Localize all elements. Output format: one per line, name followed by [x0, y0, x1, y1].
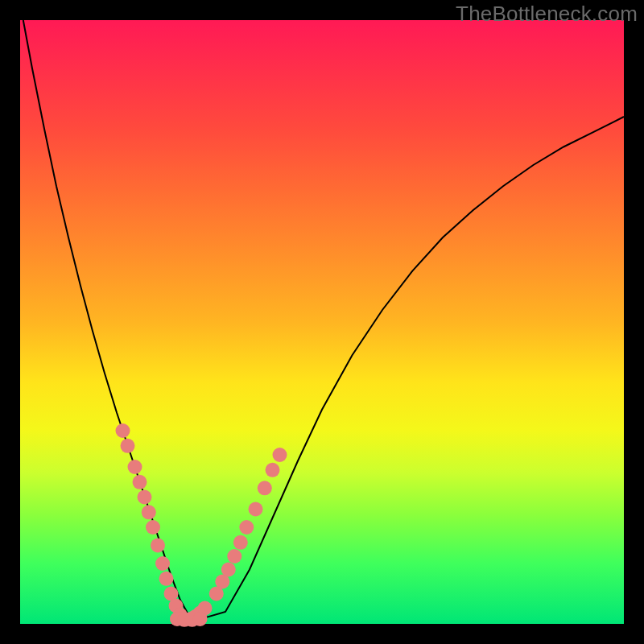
data-point [128, 460, 142, 474]
data-point [116, 423, 130, 438]
bottleneck-curve [23, 20, 624, 620]
data-point [159, 572, 174, 586]
chart-overlay [20, 20, 624, 624]
data-point [239, 520, 254, 535]
data-point [133, 475, 147, 489]
data-point [155, 556, 170, 571]
scatter-layer [116, 423, 287, 627]
data-point [273, 448, 287, 462]
data-point [146, 520, 160, 535]
chart-frame: TheBottleneck.com [0, 0, 644, 644]
data-point [227, 549, 242, 564]
data-point [258, 481, 272, 495]
data-point [142, 505, 156, 519]
data-point [151, 539, 165, 553]
data-point [138, 490, 152, 505]
data-point [249, 502, 263, 517]
data-point [193, 612, 208, 626]
data-point [121, 439, 135, 453]
data-point [221, 563, 236, 577]
data-point [266, 463, 280, 477]
data-point [233, 535, 248, 550]
